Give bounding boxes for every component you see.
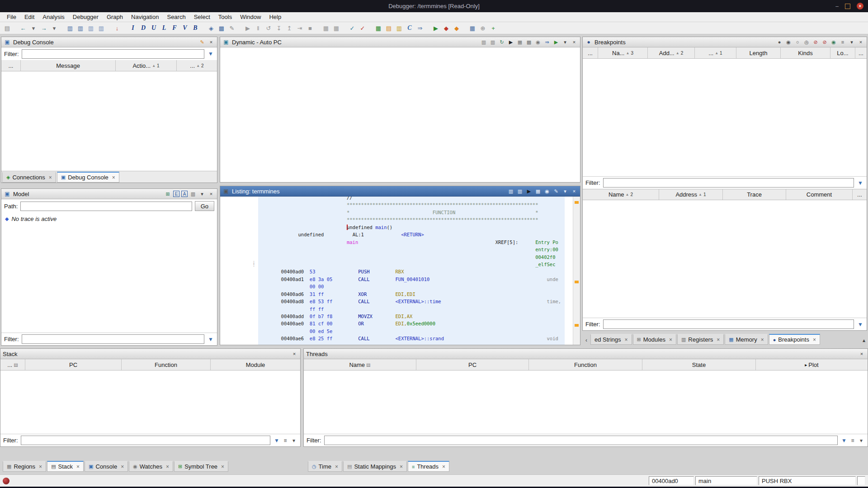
clear-all-icon[interactable]: ⊘ bbox=[821, 38, 828, 46]
splitter-handle[interactable]: ⋮⋮ bbox=[252, 262, 256, 266]
mark-b-icon[interactable]: B bbox=[191, 23, 200, 33]
menu-analysis[interactable]: Analysis bbox=[38, 13, 68, 21]
menu-search[interactable]: Search bbox=[163, 13, 189, 21]
tab-threads[interactable]: ≡ Threads × bbox=[408, 461, 449, 472]
elements-view-icon[interactable]: E bbox=[173, 191, 179, 197]
paste-icon[interactable]: ▥ bbox=[489, 38, 496, 46]
maximize-button[interactable] bbox=[845, 4, 850, 9]
enable-all-icon[interactable]: ◉ bbox=[785, 38, 792, 46]
menu-debugger[interactable]: Debugger bbox=[69, 13, 103, 21]
model-header[interactable]: ▣ Model ⊞EA▥▾× bbox=[1, 189, 217, 199]
listing-line[interactable]: undefined main() bbox=[258, 224, 565, 231]
tab-modules[interactable]: ⊞ Modules × bbox=[633, 334, 676, 345]
column-settings-icon[interactable]: ≡ bbox=[282, 437, 289, 444]
go-icon[interactable]: ▶ bbox=[431, 23, 440, 33]
mark-u-icon[interactable]: U bbox=[149, 23, 158, 33]
add-icon[interactable]: + bbox=[489, 23, 498, 33]
stack-header[interactable]: Stack × bbox=[0, 349, 300, 359]
close-icon[interactable]: × bbox=[291, 350, 298, 357]
edit-icon[interactable]: ✎ bbox=[552, 188, 560, 195]
mark-d-icon[interactable]: D bbox=[139, 23, 148, 33]
build-icon[interactable]: ⊕ bbox=[478, 23, 487, 33]
tab-close-icon[interactable]: × bbox=[39, 464, 42, 470]
dynamic-header[interactable]: ▣ Dynamic - Auto PC ▥▥↻▶▦▩◉⇒▶▾× bbox=[220, 37, 580, 47]
tab-close-icon[interactable]: × bbox=[625, 337, 628, 343]
listing-line[interactable]: 00 ed 5e bbox=[258, 328, 565, 335]
breakpoint-orange-icon[interactable]: ◆ bbox=[452, 23, 461, 33]
tree-view-icon[interactable]: ⊞ bbox=[164, 190, 171, 197]
track-pc-icon[interactable]: ▶ bbox=[552, 38, 560, 46]
listing-line[interactable]: ****************************************… bbox=[258, 201, 565, 208]
forward-dropdown-icon[interactable]: ▾ bbox=[50, 23, 59, 33]
debug-console-header[interactable]: ▣ Debug Console ✎× bbox=[1, 37, 217, 47]
column-header[interactable]: ... bbox=[1, 60, 21, 71]
run-icon[interactable]: ▶ bbox=[243, 23, 252, 33]
forward-icon[interactable]: → bbox=[39, 23, 48, 33]
dropdown-icon[interactable]: ▾ bbox=[561, 38, 569, 46]
close-icon[interactable]: × bbox=[208, 38, 215, 46]
threads-header[interactable]: Threads × bbox=[304, 349, 868, 359]
table-icon[interactable]: ▦ bbox=[534, 188, 542, 195]
listing-line[interactable]: main XREF[5]: Entry Po bbox=[258, 239, 565, 246]
menu-navigation[interactable]: Navigation bbox=[127, 13, 163, 21]
menu-graph[interactable]: Graph bbox=[103, 13, 127, 21]
tab-close-icon[interactable]: × bbox=[221, 464, 224, 470]
clear-console-icon[interactable]: ✎ bbox=[198, 38, 206, 46]
pause-icon[interactable]: ‖ bbox=[254, 23, 263, 33]
menu-help[interactable]: Help bbox=[265, 13, 285, 21]
analyze-icon[interactable]: ⇒ bbox=[415, 23, 425, 33]
tab-symbol-tree[interactable]: ⊞ Symbol Tree × bbox=[174, 461, 228, 472]
tab-close-icon[interactable]: × bbox=[335, 464, 338, 470]
column-settings-icon[interactable]: ≡ bbox=[849, 437, 856, 444]
model-filter-input[interactable] bbox=[22, 334, 205, 344]
settings-dropdown-icon[interactable]: ▾ bbox=[290, 437, 297, 444]
check-icon[interactable]: ✓ bbox=[348, 23, 357, 33]
tab-close-icon[interactable]: × bbox=[442, 464, 445, 470]
stack-filter-input[interactable] bbox=[21, 436, 271, 445]
tab-breakpoints[interactable]: ● Breakpoints × bbox=[769, 334, 820, 345]
listing-line[interactable]: 00 00 bbox=[258, 283, 565, 290]
column-header[interactable]: ... bbox=[855, 47, 867, 58]
column-header-pc[interactable]: PC bbox=[25, 359, 122, 370]
back-dropdown-icon[interactable]: ▾ bbox=[29, 23, 38, 33]
tab-close-icon[interactable]: × bbox=[761, 337, 764, 343]
copy-icon[interactable]: ▥ bbox=[480, 38, 487, 46]
tab-watches[interactable]: ◉ Watches × bbox=[129, 461, 173, 472]
tab-close-icon[interactable]: × bbox=[76, 464, 80, 470]
clipboard-icon[interactable]: ▥ bbox=[189, 190, 197, 197]
tab-defined-strings[interactable]: ed Strings × bbox=[590, 334, 632, 345]
menu-window[interactable]: Window bbox=[236, 13, 265, 21]
tab-close-icon[interactable]: × bbox=[813, 337, 816, 343]
close-button[interactable]: × bbox=[857, 3, 863, 9]
minimize-button[interactable]: – bbox=[835, 3, 839, 9]
tab-close-icon[interactable]: × bbox=[166, 464, 169, 470]
column-header-pc[interactable]: PC bbox=[416, 359, 529, 370]
make-effective-icon[interactable]: ◉ bbox=[830, 38, 837, 46]
sheet-gold-icon[interactable]: ▥ bbox=[395, 23, 404, 33]
filter-options-icon[interactable]: ▼ bbox=[857, 321, 864, 328]
tab-static-mappings[interactable]: ▤ Static Mappings × bbox=[343, 461, 407, 472]
tab-registers[interactable]: ▥ Registers × bbox=[677, 334, 724, 345]
open-program-icon[interactable]: ▥ bbox=[66, 23, 75, 33]
overview-icon[interactable]: ▥ bbox=[97, 23, 106, 33]
verify-icon[interactable]: ✓ bbox=[358, 23, 367, 33]
paste-icon[interactable]: ▥ bbox=[516, 188, 524, 195]
dropdown-icon[interactable]: ▾ bbox=[198, 190, 206, 197]
menu-edit[interactable]: Edit bbox=[20, 13, 38, 21]
settings-dropdown-icon[interactable]: ▾ bbox=[858, 437, 865, 444]
tab-close-icon[interactable]: × bbox=[112, 174, 115, 181]
column-header-message[interactable]: Message bbox=[21, 60, 116, 71]
mark-i-icon[interactable]: I bbox=[128, 23, 137, 33]
settings-icon[interactable]: ≡ bbox=[839, 38, 846, 46]
dynamic-body[interactable] bbox=[220, 47, 580, 182]
column-header-length[interactable]: Length bbox=[736, 47, 781, 58]
listing-line[interactable]: 00400ad8 e8 53 ff CALL <EXTERNAL>::time … bbox=[258, 298, 565, 305]
listing-line[interactable]: undefined AL:1 <RETURN> bbox=[258, 231, 565, 238]
breakpoint-red-icon[interactable]: ◆ bbox=[442, 23, 451, 33]
mark-f-icon[interactable]: F bbox=[170, 23, 179, 33]
cursor-icon[interactable]: ▶ bbox=[525, 188, 533, 195]
filter-options-icon[interactable]: ▼ bbox=[207, 336, 214, 343]
close-icon[interactable]: × bbox=[571, 38, 578, 46]
graph-icon[interactable]: ▩ bbox=[217, 23, 226, 33]
resume-icon[interactable]: ↺ bbox=[264, 23, 273, 33]
